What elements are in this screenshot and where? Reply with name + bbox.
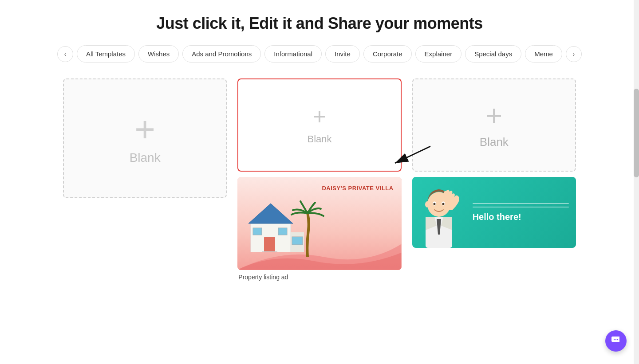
category-nav: ‹ All Templates Wishes Ads and Promotion…	[0, 45, 639, 73]
chevron-left-icon: ‹	[64, 51, 67, 58]
category-pill-special[interactable]: Special days	[465, 45, 521, 63]
svg-point-15	[433, 203, 435, 205]
chat-icon	[611, 335, 621, 347]
svg-point-16	[442, 203, 444, 205]
villa-text: DAISY'S PRIVATE VILLA	[322, 185, 393, 192]
person-svg	[412, 177, 465, 248]
palm-tree-svg	[291, 199, 326, 257]
svg-marker-3	[248, 204, 293, 223]
hello-line-1	[473, 203, 569, 204]
plus-icon-right: +	[486, 102, 502, 130]
villa-scene: DAISY'S PRIVATE VILLA	[237, 177, 401, 270]
svg-point-19	[614, 339, 615, 340]
nav-prev-button[interactable]: ‹	[57, 46, 73, 62]
hello-line-2	[473, 207, 569, 207]
category-pill-informational[interactable]: Informational	[264, 45, 322, 63]
hello-text-area: Hello there!	[465, 196, 576, 229]
blank-label-center: Blank	[307, 133, 331, 145]
property-card[interactable]: DAISY'S PRIVATE VILLA	[237, 177, 401, 270]
nav-next-button[interactable]: ›	[566, 46, 582, 62]
category-pill-invite[interactable]: Invite	[325, 45, 360, 63]
blank-label-right: Blank	[480, 135, 509, 149]
hello-card-wrapper: Hello there!	[412, 177, 576, 248]
svg-rect-5	[253, 228, 262, 235]
svg-rect-4	[264, 237, 275, 252]
template-cell-blank-center: + Blank DAISY'S PRIVATE VILLA	[232, 73, 406, 286]
category-pill-all[interactable]: All Templates	[77, 45, 135, 63]
blank-label-left: Blank	[130, 151, 161, 165]
chevron-right-icon: ›	[573, 51, 575, 58]
category-pill-wishes[interactable]: Wishes	[138, 45, 179, 63]
blank-card-left[interactable]: + Blank	[63, 78, 227, 198]
svg-point-20	[615, 339, 616, 340]
svg-rect-7	[262, 251, 277, 252]
page-header: Just click it, Edit it and Share your mo…	[0, 0, 639, 45]
category-pill-meme[interactable]: Meme	[525, 45, 562, 63]
template-cell-blank-left: + Blank	[58, 73, 232, 286]
property-listing-label: Property listing ad	[237, 274, 401, 281]
svg-point-21	[617, 339, 618, 340]
property-card-wrapper: DAISY'S PRIVATE VILLA	[237, 177, 401, 281]
template-cell-blank-right: + Blank	[407, 73, 581, 286]
hello-there-text: Hello there!	[473, 212, 569, 222]
plus-icon-center: +	[313, 105, 326, 128]
template-grid: + Blank + Blank DAISY'S PRIVATE VILLA	[0, 73, 639, 286]
svg-rect-6	[278, 228, 287, 235]
chat-widget-button[interactable]	[605, 330, 627, 352]
svg-point-17	[425, 201, 430, 207]
blank-card-center[interactable]: + Blank	[237, 78, 401, 172]
category-pill-corporate[interactable]: Corporate	[363, 45, 412, 63]
plus-icon-left: +	[134, 112, 155, 147]
category-pill-ads[interactable]: Ads and Promotions	[182, 45, 261, 63]
blank-card-right[interactable]: + Blank	[412, 78, 576, 172]
page-title: Just click it, Edit it and Share your mo…	[0, 14, 639, 33]
hello-card[interactable]: Hello there!	[412, 177, 576, 248]
hello-person	[412, 177, 465, 248]
category-pill-explainer[interactable]: Explainer	[415, 45, 462, 63]
